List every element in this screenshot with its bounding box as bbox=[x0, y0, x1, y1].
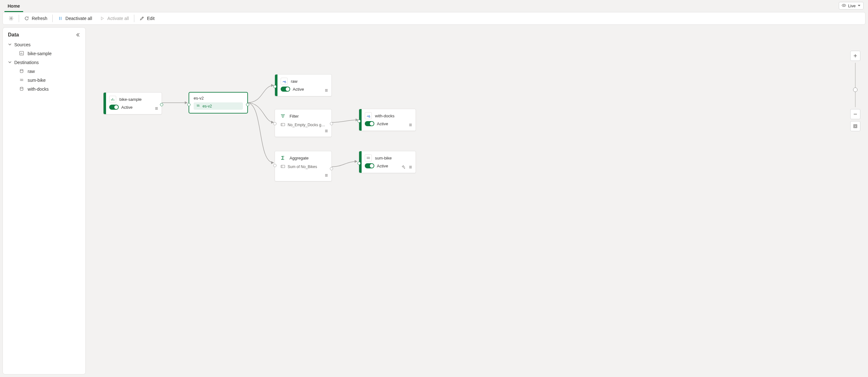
node-es-v2[interactable]: es-v2 es-v2 bbox=[189, 92, 248, 113]
tab-home[interactable]: Home bbox=[4, 1, 23, 12]
sigma-icon bbox=[279, 155, 286, 161]
node-rule: Sum of No_Bikes bbox=[288, 165, 317, 169]
node-stripe bbox=[103, 93, 106, 114]
database-icon bbox=[19, 87, 25, 92]
node-pill-label: es-v2 bbox=[203, 104, 212, 108]
input-port[interactable] bbox=[273, 122, 277, 125]
live-label: Live bbox=[848, 3, 856, 8]
deactivate-all-button[interactable]: Deactivate all bbox=[54, 13, 96, 24]
node-title: bike-sample bbox=[119, 97, 142, 102]
live-dropdown[interactable]: Live bbox=[839, 2, 864, 9]
sources-group[interactable]: Sources bbox=[3, 40, 85, 49]
active-toggle[interactable] bbox=[365, 121, 374, 126]
data-panel: Data Sources bike-sample Destinations bbox=[3, 27, 86, 374]
output-port[interactable] bbox=[330, 122, 333, 125]
node-status: Active bbox=[293, 87, 304, 92]
active-toggle[interactable] bbox=[109, 105, 119, 110]
destination-item-label: sum-bike bbox=[28, 78, 46, 83]
play-icon bbox=[100, 16, 105, 21]
svg-point-3 bbox=[20, 69, 23, 71]
node-rule: No_Empty_Docks greater t... bbox=[288, 123, 326, 127]
activate-all-label: Activate all bbox=[107, 16, 129, 21]
node-title: Filter bbox=[289, 114, 299, 118]
zoom-controls bbox=[850, 51, 860, 131]
refresh-button[interactable]: Refresh bbox=[20, 13, 51, 24]
stream-icon bbox=[365, 155, 372, 161]
node-status: Active bbox=[377, 164, 388, 168]
node-status: Active bbox=[377, 122, 388, 126]
output-port[interactable] bbox=[246, 103, 249, 106]
node-title: with-docks bbox=[375, 113, 394, 118]
active-toggle[interactable] bbox=[281, 87, 290, 92]
node-raw[interactable]: raw Active bbox=[275, 74, 332, 96]
refresh-label: Refresh bbox=[32, 16, 47, 21]
input-port[interactable] bbox=[358, 119, 361, 123]
fit-to-screen-button[interactable] bbox=[850, 121, 860, 131]
settings-button[interactable] bbox=[5, 13, 18, 24]
toolbar-separator bbox=[19, 14, 19, 22]
zoom-slider[interactable] bbox=[855, 63, 856, 107]
sparkle-icon[interactable] bbox=[401, 165, 406, 170]
chevron-down-icon bbox=[8, 42, 12, 47]
input-port[interactable] bbox=[273, 85, 277, 88]
pause-icon bbox=[58, 16, 63, 21]
node-title: es-v2 bbox=[194, 96, 204, 101]
zoom-slider-knob[interactable] bbox=[853, 88, 858, 92]
chart-icon bbox=[109, 96, 116, 103]
destination-item-label: raw bbox=[28, 69, 35, 74]
edit-icon bbox=[140, 16, 145, 21]
node-status: Active bbox=[121, 105, 132, 110]
drag-handle-icon[interactable] bbox=[408, 123, 413, 128]
source-item-bike-sample[interactable]: bike-sample bbox=[3, 49, 85, 58]
edges-layer bbox=[86, 27, 865, 374]
drag-handle-icon[interactable] bbox=[324, 128, 329, 134]
lakehouse-icon bbox=[365, 112, 372, 119]
svg-point-5 bbox=[285, 82, 286, 83]
zoom-in-button[interactable] bbox=[850, 51, 860, 61]
zoom-out-button[interactable] bbox=[850, 109, 860, 119]
active-toggle[interactable] bbox=[365, 163, 374, 168]
input-port[interactable] bbox=[273, 164, 277, 167]
deactivate-all-label: Deactivate all bbox=[65, 16, 92, 21]
tab-bar: Home Live bbox=[0, 0, 868, 12]
svg-point-4 bbox=[20, 87, 23, 89]
svg-point-0 bbox=[843, 5, 844, 6]
node-title: sum-bike bbox=[375, 156, 392, 161]
edit-button[interactable]: Edit bbox=[135, 13, 158, 24]
input-port[interactable] bbox=[358, 162, 361, 165]
collapse-panel-icon[interactable] bbox=[75, 32, 80, 37]
node-sum-bike[interactable]: sum-bike Active bbox=[359, 151, 416, 173]
stream-icon bbox=[19, 78, 25, 83]
toolbar-separator bbox=[134, 14, 134, 22]
node-bike-sample[interactable]: bike-sample Active bbox=[103, 92, 162, 114]
output-port[interactable] bbox=[160, 103, 163, 106]
flow-canvas[interactable]: bike-sample Active es-v2 es-v2 bbox=[86, 27, 865, 374]
refresh-icon bbox=[24, 16, 29, 21]
drag-handle-icon[interactable] bbox=[408, 165, 413, 170]
svg-rect-6 bbox=[281, 123, 285, 126]
chevron-down-icon bbox=[8, 60, 12, 65]
toolbar-separator bbox=[52, 14, 53, 22]
drag-handle-icon[interactable] bbox=[324, 173, 329, 178]
source-item-label: bike-sample bbox=[28, 51, 52, 56]
database-icon bbox=[19, 69, 25, 74]
filter-icon bbox=[279, 112, 286, 119]
node-title: raw bbox=[291, 79, 298, 84]
destination-item-with-docks[interactable]: with-docks bbox=[3, 85, 85, 94]
node-with-docks[interactable]: with-docks Active bbox=[359, 109, 416, 131]
sources-label: Sources bbox=[14, 42, 30, 47]
drag-handle-icon[interactable] bbox=[154, 106, 159, 111]
chart-icon bbox=[19, 51, 25, 56]
activate-all-button[interactable]: Activate all bbox=[96, 13, 133, 24]
svg-rect-7 bbox=[281, 165, 285, 168]
node-aggregate[interactable]: Aggregate Sum of No_Bikes bbox=[275, 151, 332, 181]
input-port[interactable] bbox=[187, 103, 190, 106]
output-port[interactable] bbox=[330, 167, 333, 170]
drag-handle-icon[interactable] bbox=[324, 88, 329, 93]
node-filter[interactable]: Filter No_Empty_Docks greater t... bbox=[275, 109, 332, 137]
destinations-group[interactable]: Destinations bbox=[3, 58, 85, 67]
chevron-down-icon bbox=[858, 3, 861, 8]
eye-icon bbox=[842, 3, 846, 8]
destination-item-sum-bike[interactable]: sum-bike bbox=[3, 76, 85, 85]
destination-item-raw[interactable]: raw bbox=[3, 67, 85, 76]
